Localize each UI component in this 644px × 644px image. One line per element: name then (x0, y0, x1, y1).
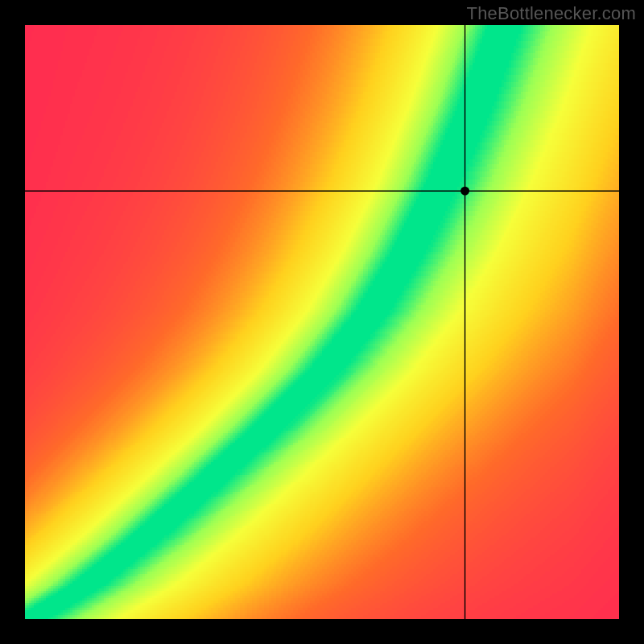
bottleneck-heatmap (0, 0, 644, 644)
chart-container: TheBottlenecker.com (0, 0, 644, 644)
watermark-text: TheBottlenecker.com (467, 3, 636, 24)
